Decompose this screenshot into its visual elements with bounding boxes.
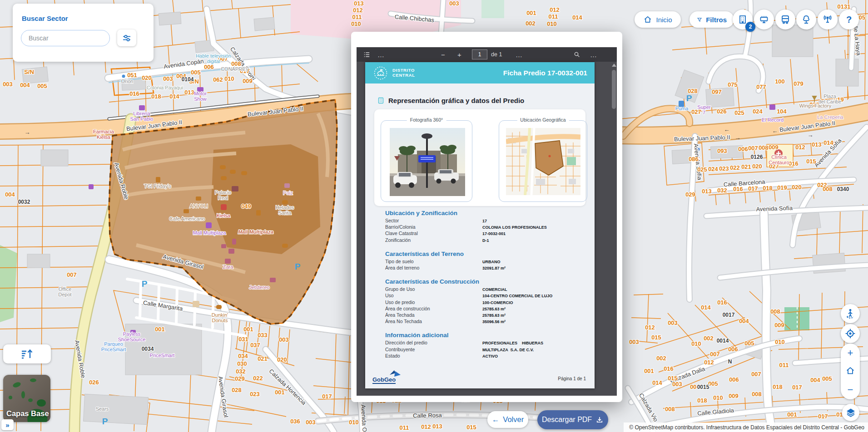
parcel-number: 026 <box>717 108 727 115</box>
oneway-arrow: ← <box>772 128 778 134</box>
doc-field-row: EstadoACTIVO <box>385 353 586 359</box>
oneway-arrow: → <box>25 129 30 136</box>
pdf-more-menu-button[interactable]: … <box>587 47 600 62</box>
parcel-number: 012 <box>353 7 363 14</box>
street-view-button[interactable] <box>841 304 860 323</box>
pdf-zoom-in-button[interactable]: + <box>455 47 464 62</box>
parcel-number: 005 <box>708 380 718 387</box>
parcel-number: 086 <box>689 156 699 162</box>
antenna-icon <box>822 14 833 25</box>
home-button[interactable]: Inicio <box>635 11 681 28</box>
parcel-number: 030 <box>237 360 247 367</box>
pdf-scrollbar[interactable] <box>611 63 616 394</box>
transport-layer-button[interactable] <box>775 10 795 29</box>
building-icon <box>377 97 385 104</box>
doc-field-value: 32091.87 m² <box>482 265 506 271</box>
locate-icon <box>844 328 856 339</box>
filters-button[interactable]: Filtros <box>689 11 734 28</box>
pdf-search-button[interactable] <box>570 47 583 62</box>
parcel-number: 026 <box>89 379 99 386</box>
doc-field-value: MULTIPLAZA S.A. DE C.V. <box>482 347 534 353</box>
pdf-zoom-out-button[interactable]: − <box>438 47 448 62</box>
address-number: 0104 <box>182 76 194 83</box>
parcel-number: 023 <box>250 391 260 398</box>
buildings-badge: 2 <box>745 22 755 32</box>
download-pdf-button[interactable]: Descargar PDF <box>537 410 608 429</box>
parcel-number: 010 <box>349 419 359 426</box>
parcel-number: 017 <box>818 413 828 420</box>
parcel-number: 018 <box>773 383 783 390</box>
layers-button[interactable] <box>842 404 859 421</box>
environment-layer-button[interactable] <box>796 10 816 29</box>
billboards-layer-button[interactable] <box>754 10 774 29</box>
parcel-number: 003 <box>668 319 678 326</box>
doc-field-label: Contribuyente <box>385 347 482 353</box>
sliders-icon <box>121 33 132 44</box>
parcel-number: 014 <box>572 14 582 21</box>
filter-icon <box>697 15 702 24</box>
oneway-arrow: → <box>735 134 741 141</box>
parcel-number: 004 <box>5 191 15 198</box>
scroll-up-icon <box>612 64 616 67</box>
parcel-number: 020 <box>142 74 152 81</box>
pdf-toolbar: … − + de 1 … … <box>357 47 617 62</box>
base-layers-button[interactable]: Capas Base <box>3 375 50 422</box>
parcel-number: 003 <box>163 75 173 82</box>
parcel-number: 003 <box>3 81 13 88</box>
parcel-number: 010 <box>775 339 785 345</box>
back-button-label: Volver <box>503 415 524 424</box>
parcel-number: 016 <box>789 160 799 167</box>
pdf-tools-menu-button[interactable]: … <box>375 47 387 62</box>
parcel-number: 031 <box>238 336 248 343</box>
pdf-scrollbar-thumb[interactable] <box>612 70 616 109</box>
zoom-control: + − <box>841 344 860 399</box>
help-button[interactable]: ? <box>839 10 859 29</box>
parking-label: P <box>102 417 108 426</box>
parcel-number: 014 <box>701 304 711 311</box>
parcel-number: 010 <box>351 20 361 27</box>
parcel-number: 005 <box>822 375 832 382</box>
address-number: 0014 <box>717 338 729 344</box>
search-input[interactable] <box>21 30 110 46</box>
parcel-number: 033 <box>258 332 268 339</box>
parcel-number: 006 <box>204 64 214 70</box>
layers-icon <box>845 407 856 418</box>
poi-label: Wings Factory <box>799 103 832 108</box>
parcel-number: 016 <box>733 186 743 192</box>
parcel-number: 025 <box>734 109 744 116</box>
locate-me-button[interactable] <box>841 324 860 343</box>
parcel-number: 012 <box>550 6 560 13</box>
pdf-page-menu-button[interactable]: … <box>513 47 525 62</box>
expand-panel-button[interactable]: » <box>1 419 14 430</box>
address-number: 0032 <box>18 199 30 205</box>
poi-label: ClínicaCentauro <box>769 154 789 165</box>
parcel-number: 077 <box>756 83 766 90</box>
street-label: Calle Rosa <box>413 412 442 419</box>
pdf-sidebar-toggle-button[interactable] <box>360 47 373 62</box>
doc-field-value: D-1 <box>482 237 489 244</box>
search-filter-button[interactable] <box>117 29 136 46</box>
oneway-arrow: → <box>808 132 813 138</box>
home-extent-button[interactable] <box>845 366 855 378</box>
pdf-page-input[interactable] <box>472 49 487 59</box>
zoom-out-button[interactable]: − <box>848 385 853 395</box>
parcel-number: 029 <box>685 191 695 198</box>
map-attribution[interactable]: © OpenStreetMap contributors. Infraestru… <box>624 422 868 432</box>
poi-label: La Creperia <box>817 114 843 120</box>
doc-field-row: ContribuyenteMULTIPLAZA S.A. DE C.V. <box>385 347 586 353</box>
mini-map[interactable] <box>506 128 580 195</box>
zoom-in-button[interactable]: + <box>848 348 853 358</box>
parcel-number: 011 <box>400 424 409 431</box>
antennas-layer-button[interactable] <box>818 10 838 29</box>
poi-label: El Record <box>762 117 784 123</box>
doc-field-label: Sector <box>385 218 482 224</box>
parcel-number: 062 <box>213 76 223 83</box>
parcel-number: 008 <box>752 391 762 398</box>
layer-order-button[interactable] <box>3 344 51 363</box>
parcel-number: 020 <box>752 163 762 170</box>
doc-field-row: Área Techada25785.63 m² <box>385 312 586 319</box>
street-photo[interactable] <box>390 128 465 196</box>
doc-field-label: Dirección del predio <box>385 340 482 346</box>
back-button[interactable]: ← Volver <box>487 411 528 428</box>
doc-field-label: Tipo de suelo <box>385 259 482 265</box>
